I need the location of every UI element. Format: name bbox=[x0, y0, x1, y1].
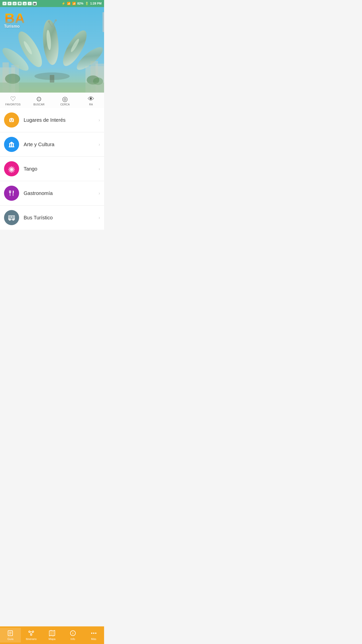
svg-point-48 bbox=[11, 169, 12, 170]
app-icon-2: P bbox=[8, 2, 12, 5]
svg-line-44 bbox=[9, 170, 11, 171]
buscar-label: BUSCAR bbox=[33, 103, 45, 106]
signal-icon: 📶 bbox=[72, 2, 76, 5]
svg-line-40 bbox=[12, 170, 14, 171]
lugares-icon-circle bbox=[4, 112, 19, 128]
svg-point-27 bbox=[11, 119, 13, 121]
main-content: BA Turismo ♡ FAVORITOS ⊙ BUSCAR ◎ CERCA … bbox=[0, 7, 104, 247]
lugares-label: Lugares de Interés bbox=[24, 117, 99, 123]
svg-line-37 bbox=[12, 167, 13, 169]
svg-line-47 bbox=[10, 167, 11, 169]
svg-rect-29 bbox=[11, 118, 12, 119]
status-bar: P P @ 🖼 ☁ f 📷 ⚡ 📶 📶 82% 🔋 1:28 PM bbox=[0, 0, 104, 7]
ra-label: RA bbox=[89, 103, 93, 106]
gastronomia-icon-circle bbox=[4, 186, 19, 201]
svg-rect-55 bbox=[11, 216, 12, 218]
battery-icon: 🔋 bbox=[85, 2, 89, 5]
app-logo: BA Turismo bbox=[4, 10, 24, 29]
app-icon-5: ☁ bbox=[23, 2, 27, 5]
museum-icon bbox=[8, 141, 15, 148]
eye-icon: 👁 bbox=[88, 96, 94, 102]
status-left-icons: P P @ 🖼 ☁ f 📷 bbox=[3, 2, 37, 5]
heart-icon: ♡ bbox=[10, 96, 16, 102]
quick-action-ra[interactable]: 👁 RA bbox=[81, 96, 101, 106]
wifi-icon: 📶 bbox=[67, 2, 71, 5]
bus-chevron: › bbox=[99, 215, 100, 220]
gastronomia-label: Gastronomía bbox=[24, 190, 99, 196]
menu-item-tango[interactable]: Tango › bbox=[0, 157, 104, 181]
quick-action-buscar[interactable]: ⊙ BUSCAR bbox=[29, 96, 49, 106]
svg-text:BA: BA bbox=[5, 10, 24, 25]
arte-icon-circle bbox=[4, 137, 19, 152]
quick-action-favoritos[interactable]: ♡ FAVORITOS bbox=[3, 96, 23, 106]
svg-point-22 bbox=[55, 19, 57, 21]
arte-chevron: › bbox=[99, 142, 100, 147]
scroll-handle[interactable] bbox=[103, 12, 104, 32]
ba-logo-svg: BA bbox=[4, 10, 24, 25]
category-menu-list: Lugares de Interés › Arte y Cu bbox=[0, 108, 104, 230]
svg-line-41 bbox=[12, 170, 13, 172]
battery-text: 82% bbox=[77, 2, 83, 5]
search-icon: ⊙ bbox=[36, 96, 42, 102]
svg-point-21 bbox=[48, 21, 50, 23]
status-right-info: ⚡ 📶 📶 82% 🔋 1:28 PM bbox=[62, 2, 102, 5]
quick-action-cerca[interactable]: ◎ CERCA bbox=[55, 96, 75, 106]
bus-icon bbox=[8, 214, 16, 222]
svg-line-43 bbox=[10, 170, 11, 172]
svg-line-38 bbox=[12, 168, 14, 169]
bus-icon-circle bbox=[4, 210, 19, 225]
menu-item-arte[interactable]: Arte y Cultura › bbox=[0, 132, 104, 157]
menu-item-bus[interactable]: Bus Turístico › bbox=[0, 206, 104, 230]
favoritos-label: FAVORITOS bbox=[5, 103, 21, 106]
app-icon-3: @ bbox=[13, 2, 17, 5]
app-icon-6: f bbox=[28, 2, 32, 5]
svg-line-46 bbox=[9, 168, 11, 169]
bluetooth-icon: ⚡ bbox=[62, 2, 65, 5]
svg-rect-32 bbox=[13, 144, 14, 147]
tango-icon-circle bbox=[4, 161, 19, 176]
app-icon-7: 📷 bbox=[33, 2, 37, 5]
svg-rect-30 bbox=[9, 144, 10, 147]
app-icon-1: P bbox=[3, 2, 7, 5]
fork-knife-icon bbox=[8, 190, 15, 197]
svg-rect-10 bbox=[0, 83, 104, 93]
menu-item-gastronomia[interactable]: Gastronomía › bbox=[0, 181, 104, 206]
svg-rect-54 bbox=[9, 216, 11, 218]
logo-turismo-text: Turismo bbox=[4, 24, 20, 29]
svg-rect-56 bbox=[13, 216, 14, 218]
lugares-chevron: › bbox=[99, 117, 100, 123]
arte-label: Arte y Cultura bbox=[24, 142, 99, 147]
svg-marker-34 bbox=[9, 142, 14, 144]
quick-actions-bar: ♡ FAVORITOS ⊙ BUSCAR ◎ CERCA 👁 RA bbox=[0, 93, 104, 108]
app-icon-4: 🖼 bbox=[18, 2, 22, 5]
tango-chevron: › bbox=[99, 166, 100, 172]
camera-icon bbox=[8, 116, 15, 124]
time-text: 1:28 PM bbox=[90, 2, 102, 5]
svg-point-7 bbox=[5, 74, 20, 84]
svg-rect-31 bbox=[11, 144, 12, 147]
location-radar-icon: ◎ bbox=[62, 96, 68, 102]
svg-point-24 bbox=[34, 72, 70, 80]
svg-rect-35 bbox=[9, 147, 14, 147]
gastronomia-chevron: › bbox=[99, 191, 100, 196]
cerca-label: CERCA bbox=[60, 103, 70, 106]
tango-fan-icon bbox=[8, 165, 16, 173]
hero-banner: BA Turismo bbox=[0, 7, 104, 93]
menu-item-lugares[interactable]: Lugares de Interés › bbox=[0, 108, 104, 132]
tango-label: Tango bbox=[24, 166, 99, 172]
bus-label: Bus Turístico bbox=[24, 215, 99, 221]
